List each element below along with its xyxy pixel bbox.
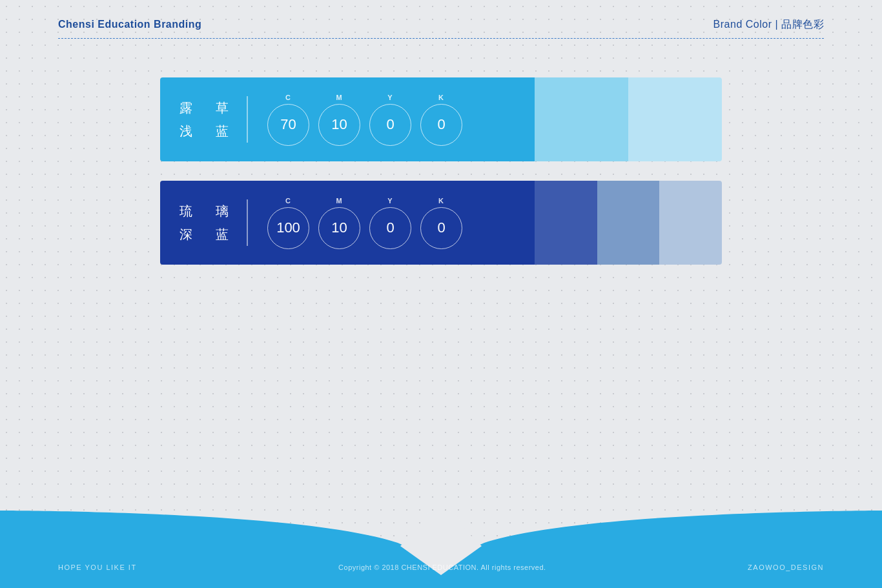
dark-blue-shade2 — [597, 181, 660, 265]
dark-cmyk-c-circle: 100 — [267, 207, 309, 249]
header-title: Chensi Education Branding — [58, 19, 201, 30]
dark-blue-shade1 — [535, 181, 597, 265]
cmyk-c-circle: 70 — [267, 104, 309, 146]
dark-cmyk-y-circle: 0 — [369, 207, 411, 249]
cmyk-y-item: Y 0 — [369, 94, 411, 146]
dark-blue-shade3 — [659, 181, 722, 265]
footer-text: HOPE YOU LIKE IT Copyright © 2018 CHENSI… — [0, 546, 882, 588]
footer: HOPE YOU LIKE IT Copyright © 2018 CHENSI… — [0, 511, 882, 588]
light-blue-cmyk: C 70 M 10 Y 0 — [267, 94, 462, 146]
dark-cmyk-y-item: Y 0 — [369, 197, 411, 249]
cmyk-k-item: K 0 — [420, 94, 462, 146]
light-blue-shade1 — [535, 77, 628, 161]
cmyk-y-circle: 0 — [369, 104, 411, 146]
dark-blue-cmyk: C 100 M 10 Y 0 — [267, 197, 462, 249]
header: Chensi Education Branding Brand Color | … — [0, 0, 882, 39]
light-blue-main: 露 草 浅 蓝 C 70 M 10 Y — [160, 77, 535, 161]
header-brand-label: Brand Color | 品牌色彩 — [713, 18, 824, 32]
cmyk-m-item: M 10 — [318, 94, 360, 146]
cmyk-c-item: C 70 — [267, 94, 309, 146]
light-blue-strip: 露 草 浅 蓝 C 70 M 10 Y — [160, 77, 722, 161]
dark-cmyk-c-item: C 100 — [267, 197, 309, 249]
footer-right: ZAOWOO_DESIGN — [748, 563, 824, 571]
dark-blue-label: 琉 璃 深 蓝 — [179, 199, 248, 246]
dark-cmyk-m-circle: 10 — [318, 207, 360, 249]
footer-center: Copyright © 2018 CHENSI EDUCATION. All r… — [338, 563, 546, 571]
cmyk-k-circle: 0 — [420, 104, 462, 146]
cmyk-m-circle: 10 — [318, 104, 360, 146]
dark-blue-main: 琉 璃 深 蓝 C 100 M 10 Y — [160, 181, 535, 265]
dark-cmyk-m-item: M 10 — [318, 197, 360, 249]
dark-cmyk-k-item: K 0 — [420, 197, 462, 249]
footer-left: HOPE YOU LIKE IT — [58, 563, 137, 571]
main-content: 露 草 浅 蓝 C 70 M 10 Y — [0, 77, 882, 265]
dark-blue-strip: 琉 璃 深 蓝 C 100 M 10 Y — [160, 181, 722, 265]
light-blue-shade2 — [628, 77, 722, 161]
dark-cmyk-k-circle: 0 — [420, 207, 462, 249]
light-blue-label: 露 草 浅 蓝 — [179, 96, 248, 143]
